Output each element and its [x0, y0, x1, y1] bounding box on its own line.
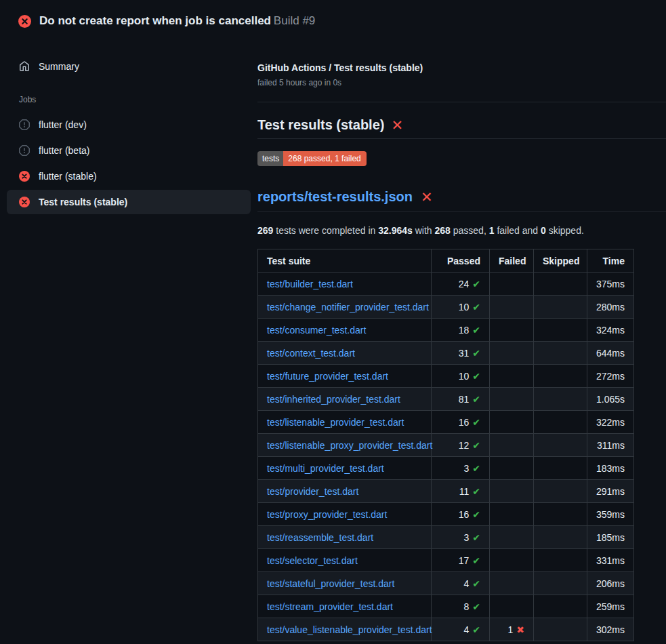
passed-count: 3: [463, 532, 469, 543]
skipped-cell: [534, 365, 587, 388]
failed-cell: [490, 549, 534, 572]
red-x-icon: ✕: [421, 190, 433, 204]
passed-cell: 24✔: [432, 273, 490, 296]
sidebar-job-flutter-dev-[interactable]: flutter (dev): [7, 113, 251, 137]
sidebar-job-test-results-stable-[interactable]: Test results (stable): [7, 190, 251, 214]
test-suite-cell: test/inherited_provider_test.dart: [258, 388, 432, 411]
main-content: GitHub Actions / Test results (stable) f…: [257, 38, 666, 641]
skipped-cell: [534, 273, 587, 296]
table-row: test/inherited_provider_test.dart81✔1.06…: [258, 388, 634, 411]
time-cell: 1.065s: [587, 388, 634, 411]
badge-value: 268 passed, 1 failed: [283, 151, 366, 166]
table-row: test/provider_test.dart11✔291ms: [258, 480, 634, 503]
time-cell: 331ms: [587, 549, 634, 572]
table-row: test/stream_provider_test.dart8✔259ms: [258, 595, 634, 618]
time-cell: 324ms: [587, 319, 634, 342]
skipped-cell: [534, 595, 587, 618]
test-suite-cell: test/value_listenable_provider_test.dart: [258, 618, 432, 641]
summary-text-part: 268: [435, 225, 451, 236]
sidebar-job-flutter-stable-[interactable]: flutter (stable): [7, 164, 251, 188]
column-header-time: Time: [587, 249, 634, 273]
failed-cell: [490, 434, 534, 457]
test-suite-link[interactable]: test/inherited_provider_test.dart: [267, 394, 400, 405]
test-suite-link[interactable]: test/provider_test.dart: [267, 486, 358, 497]
check-icon: ✔: [472, 578, 480, 589]
test-suite-cell: test/selector_test.dart: [258, 549, 432, 572]
skipped-cell: [534, 319, 587, 342]
failed-cell: [490, 365, 534, 388]
test-suite-link[interactable]: test/value_listenable_provider_test.dart: [267, 624, 432, 635]
passed-cell: 12✔: [432, 434, 490, 457]
table-row: test/listenable_proxy_provider_test.dart…: [258, 434, 634, 457]
test-suite-link[interactable]: test/consumer_test.dart: [267, 325, 366, 336]
check-icon: ✔: [472, 302, 480, 313]
failed-cell: [490, 457, 534, 480]
check-icon: ✔: [472, 555, 480, 566]
skipped-cell: [534, 434, 587, 457]
table-row: test/context_test.dart31✔644ms: [258, 342, 634, 365]
column-header-passed: Passed: [432, 249, 490, 273]
sidebar-jobs-heading: Jobs: [0, 91, 257, 111]
table-row: test/value_listenable_provider_test.dart…: [258, 618, 634, 641]
check-icon: ✔: [472, 417, 480, 428]
table-row: test/proxy_provider_test.dart16✔359ms: [258, 503, 634, 526]
sidebar-item-summary[interactable]: Summary: [0, 54, 257, 79]
test-suite-link[interactable]: test/multi_provider_test.dart: [267, 463, 384, 474]
passed-cell: 31✔: [432, 342, 490, 365]
skipped-cell: [534, 572, 587, 595]
stop-icon: [19, 119, 30, 130]
test-suite-link[interactable]: test/selector_test.dart: [267, 555, 358, 566]
summary-text-part: skipped.: [546, 225, 584, 236]
check-icon: ✔: [472, 440, 480, 451]
test-suite-link[interactable]: test/proxy_provider_test.dart: [267, 509, 387, 520]
check-icon: ✔: [472, 532, 480, 543]
failed-cell: [490, 273, 534, 296]
test-suite-link[interactable]: test/listenable_provider_test.dart: [267, 417, 404, 428]
time-cell: 302ms: [587, 618, 634, 641]
time-cell: 322ms: [587, 411, 634, 434]
test-suite-cell: test/context_test.dart: [258, 342, 432, 365]
test-suite-link[interactable]: test/context_test.dart: [267, 348, 355, 359]
column-header-failed: Failed: [490, 249, 534, 273]
passed-count: 10: [459, 371, 470, 382]
table-row: test/stateful_provider_test.dart4✔206ms: [258, 572, 634, 595]
skipped-cell: [534, 618, 587, 641]
test-suite-link[interactable]: test/reassemble_test.dart: [267, 532, 373, 543]
time-cell: 280ms: [587, 296, 634, 319]
check-icon: ✔: [472, 371, 480, 382]
check-icon: ✔: [472, 624, 480, 635]
job-label: flutter (beta): [39, 145, 89, 156]
table-row: test/listenable_provider_test.dart16✔322…: [258, 411, 634, 434]
test-results-table: Test suite Passed Failed Skipped Time te…: [257, 249, 634, 641]
skipped-cell: [534, 549, 587, 572]
run-status-line: failed 5 hours ago in 0s: [257, 78, 666, 87]
table-row: test/selector_test.dart17✔331ms: [258, 549, 634, 572]
skipped-cell: [534, 296, 587, 319]
passed-cell: 3✔: [432, 457, 490, 480]
skipped-cell: [534, 480, 587, 503]
check-icon: ✔: [472, 394, 480, 405]
summary-text-part: tests were completed in: [273, 225, 378, 236]
test-suite-link[interactable]: test/listenable_proxy_provider_test.dart: [267, 440, 432, 451]
passed-count: 4: [463, 578, 469, 589]
passed-cell: 17✔: [432, 549, 490, 572]
test-suite-cell: test/stream_provider_test.dart: [258, 595, 432, 618]
test-suite-link[interactable]: test/stateful_provider_test.dart: [267, 578, 394, 589]
table-row: test/change_notifier_provider_test.dart1…: [258, 296, 634, 319]
report-file-link[interactable]: reports/test-results.json: [257, 189, 413, 205]
passed-count: 17: [459, 555, 470, 566]
sidebar-job-flutter-beta-[interactable]: flutter (beta): [7, 138, 251, 163]
test-suite-link[interactable]: test/change_notifier_provider_test.dart: [267, 302, 429, 313]
tests-summary-text: 269 tests were completed in 32.964s with…: [257, 225, 666, 236]
failed-cell: [490, 526, 534, 549]
x-circle-fill-icon: [18, 15, 31, 28]
passed-count: 12: [459, 440, 470, 451]
report-title: reports/test-results.json ✕: [257, 189, 666, 212]
test-suite-link[interactable]: test/future_provider_test.dart: [267, 371, 388, 382]
skipped-cell: [534, 503, 587, 526]
test-suite-cell: test/multi_provider_test.dart: [258, 457, 432, 480]
passed-count: 11: [459, 486, 470, 497]
job-label: flutter (dev): [39, 119, 87, 130]
test-suite-link[interactable]: test/stream_provider_test.dart: [267, 601, 393, 612]
test-suite-link[interactable]: test/builder_test.dart: [267, 279, 353, 289]
